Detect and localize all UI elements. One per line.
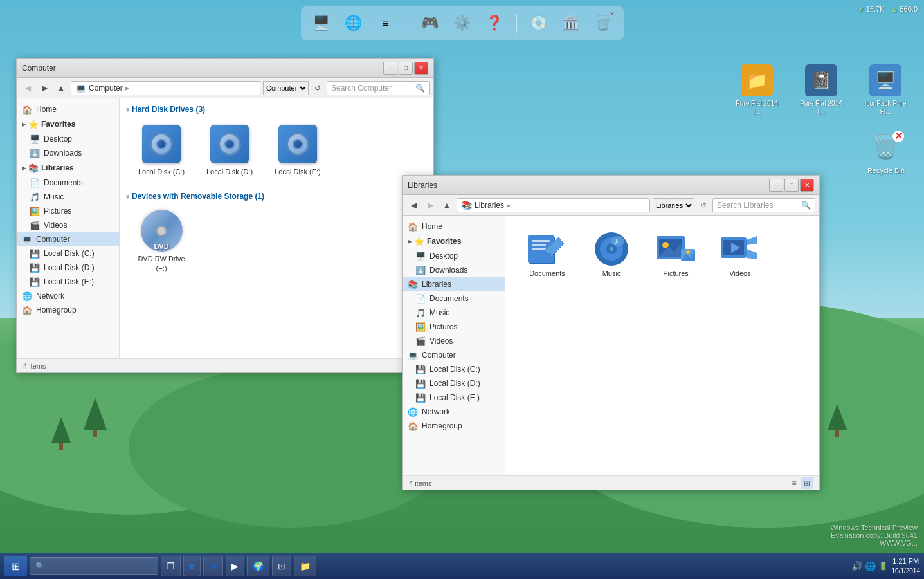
sidebar-lib-videos[interactable]: 🎬 Videos — [403, 334, 505, 348]
taskbar-search[interactable]: 🔍 — [30, 557, 158, 575]
sidebar-item-documents[interactable]: 📄 Documents — [17, 176, 119, 190]
tiles-view-button-lib[interactable]: ⊞ — [801, 477, 813, 489]
sidebar-item-network[interactable]: 🌐 Network — [17, 289, 119, 303]
window-body-computer: 🏠 Home ▶ ⭐ Favorites 🖥️ Desktop ⬇️ Downl… — [17, 98, 433, 358]
disk-d-item[interactable]: Local Disk (D:) — [201, 120, 258, 179]
up-button[interactable]: ▲ — [54, 81, 68, 95]
taskbar-browser-button[interactable]: 🌍 — [247, 556, 269, 576]
address-bar-computer: ◀ ▶ ▲ 💻 Computer ▸ Computer ↺ Search Com… — [17, 78, 433, 98]
sidebar-lib-network[interactable]: 🌐 Network — [403, 405, 505, 419]
address-dropdown[interactable]: Computer — [263, 81, 309, 95]
sidebar-lib-home[interactable]: 🏠 Home — [403, 219, 505, 234]
disk-e-item[interactable]: Local Disk (E:) — [269, 120, 327, 179]
sidebar-computer: 🏠 Home ▶ ⭐ Favorites 🖥️ Desktop ⬇️ Downl… — [17, 98, 120, 358]
sidebar-item-computer[interactable]: 💻 Computer — [17, 232, 119, 246]
gamepad-icon[interactable]: 🎮 — [417, 10, 443, 36]
sidebar-item-local-c[interactable]: 💾 Local Disk (C:) — [17, 246, 119, 261]
sidebar-item-local-d[interactable]: 💾 Local Disk (D:) — [17, 261, 119, 275]
back-button[interactable]: ◀ — [21, 81, 35, 95]
refresh-button[interactable]: ↺ — [311, 82, 324, 95]
sidebar-lib-music[interactable]: 🎵 Music — [403, 306, 505, 320]
sidebar-item-local-e[interactable]: 💾 Local Disk (E:) — [17, 275, 119, 289]
lib-item-videos[interactable]: Videos — [711, 228, 769, 280]
sidebar-lib-documents[interactable]: 📄 Documents — [403, 291, 505, 306]
taskbar-media-button[interactable]: ▶ — [226, 556, 244, 576]
tree-decoration — [51, 417, 71, 450]
forward-button-lib[interactable]: ▶ — [423, 198, 437, 212]
sidebar-lib-libraries[interactable]: 📚 Libraries — [403, 277, 505, 291]
disk-c-icon-lib: 💾 — [415, 364, 426, 374]
sidebar-section-favorites[interactable]: ▶ ⭐ Favorites — [17, 116, 119, 132]
favorites-icon-lib: ⭐ — [414, 236, 424, 246]
forward-button[interactable]: ▶ — [37, 81, 51, 95]
sidebar-lib-disk-d[interactable]: 💾 Local Disk (D:) — [403, 376, 505, 391]
minimize-button-lib[interactable]: ─ — [769, 179, 783, 192]
network-tray-icon[interactable]: 🌐 — [865, 561, 876, 571]
taskbar-ie-button[interactable]: e — [183, 556, 201, 576]
delete-icon[interactable]: 🗑️✕ — [590, 10, 616, 36]
dvd-drive-item[interactable]: DVD DVD RW Drive(F:) — [132, 207, 190, 275]
refresh-button-lib[interactable]: ↺ — [697, 199, 710, 212]
taskbar-right-area: 🔊 🌐 🔋 1:21 PM 10/1/2014 — [851, 556, 921, 575]
monitor-icon[interactable]: 🖥️ — [309, 10, 334, 36]
bank-icon[interactable]: 🏛️ — [558, 10, 584, 36]
sidebar-lib-favorites[interactable]: ▶ ⭐ Favorites — [403, 234, 505, 249]
search-box-libraries[interactable]: Search Libraries 🔍 — [712, 198, 815, 212]
minimize-button[interactable]: ─ — [383, 62, 397, 75]
disc-icon[interactable]: 💿 — [526, 10, 552, 36]
library-items-grid: Documents ♪ — [512, 222, 813, 286]
sidebar-item-homegroup[interactable]: 🏠 Homegroup — [17, 303, 119, 317]
sidebar-item-home[interactable]: 🏠 Home — [17, 102, 119, 116]
lib-item-pictures[interactable]: Pictures — [647, 228, 705, 280]
sidebar-lib-disk-e[interactable]: 💾 Local Disk (E:) — [403, 391, 505, 405]
sidebar-lib-disk-c[interactable]: 💾 Local Disk (C:) — [403, 362, 505, 376]
sidebar-lib-computer[interactable]: 💻 Computer — [403, 348, 505, 362]
list-icon[interactable]: ≡ — [373, 10, 399, 36]
help-icon[interactable]: ❓ — [482, 10, 507, 36]
sidebar-lib-pictures[interactable]: 🖼️ Pictures — [403, 320, 505, 334]
back-button-lib[interactable]: ◀ — [406, 198, 421, 212]
taskbar-word-button[interactable]: W — [203, 556, 223, 576]
lib-item-music[interactable]: ♪ Music — [583, 228, 640, 280]
search-box-computer[interactable]: Search Computer 🔍 — [327, 81, 430, 95]
svg-rect-5 — [542, 253, 551, 258]
battery-icon[interactable]: 🔋 — [878, 562, 888, 571]
maximize-button[interactable]: □ — [399, 62, 413, 75]
task-view-button[interactable]: ❐ — [161, 556, 181, 576]
sidebar-item-desktop[interactable]: 🖥️ Desktop — [17, 132, 119, 146]
desktop-icon-lib: 🖥️ — [415, 251, 426, 261]
up-button-lib[interactable]: ▲ — [440, 198, 454, 212]
window-titlebar-computer[interactable]: Computer ─ □ ✕ — [17, 59, 433, 78]
address-path[interactable]: 💻 Computer ▸ — [71, 81, 260, 95]
sidebar-item-music[interactable]: 🎵 Music — [17, 190, 119, 204]
svg-marker-23 — [747, 249, 757, 259]
details-view-button-lib[interactable]: ≡ — [788, 477, 800, 489]
desktop-icon-pure-flat-1[interactable]: 📁 Pure Flat 2014 I... — [731, 64, 783, 116]
disk-c-item[interactable]: Local Disk (C:) — [132, 120, 190, 179]
sidebar-lib-homegroup[interactable]: 🏠 Homegroup — [403, 419, 505, 433]
start-button[interactable]: ⊞ — [4, 556, 27, 576]
sidebar-lib-downloads[interactable]: ⬇️ Downloads — [403, 263, 505, 277]
window-titlebar-libraries[interactable]: Libraries ─ □ ✕ — [403, 176, 819, 195]
taskbar-clock[interactable]: 1:21 PM 10/1/2014 — [892, 556, 921, 575]
sidebar-item-pictures[interactable]: 🖼️ Pictures — [17, 204, 119, 218]
taskbar-explorer-button[interactable]: 📁 — [294, 556, 316, 576]
gear-check-icon[interactable]: ⚙️ — [449, 10, 475, 36]
address-path-lib[interactable]: 📚 Libraries ▸ — [457, 198, 650, 212]
lib-item-documents[interactable]: Documents — [518, 228, 576, 280]
maximize-button-lib[interactable]: □ — [784, 179, 799, 192]
taskbar-store-button[interactable]: ⊡ — [272, 556, 291, 576]
svg-rect-3 — [532, 244, 546, 246]
sidebar-section-libraries[interactable]: ▶ 📚 Libraries — [17, 160, 119, 176]
sidebar-lib-desktop[interactable]: 🖥️ Desktop — [403, 249, 505, 263]
globe-icon[interactable]: 🌐 — [341, 10, 367, 36]
close-button[interactable]: ✕ — [414, 62, 428, 75]
recycle-bin-icon[interactable]: 🗑️✕ Recycle Bin — [867, 129, 905, 174]
desktop-icon-iconpack[interactable]: 🖥️ IconPack Pure Fl... — [860, 64, 911, 116]
sidebar-item-videos[interactable]: 🎬 Videos — [17, 218, 119, 232]
address-dropdown-lib[interactable]: Libraries — [653, 198, 694, 212]
volume-icon[interactable]: 🔊 — [851, 561, 862, 571]
desktop-icon-pure-flat-2[interactable]: 📓 Pure Flat 2014 I... — [795, 64, 847, 116]
sidebar-item-downloads[interactable]: ⬇️ Downloads — [17, 146, 119, 160]
close-button-lib[interactable]: ✕ — [800, 179, 814, 192]
